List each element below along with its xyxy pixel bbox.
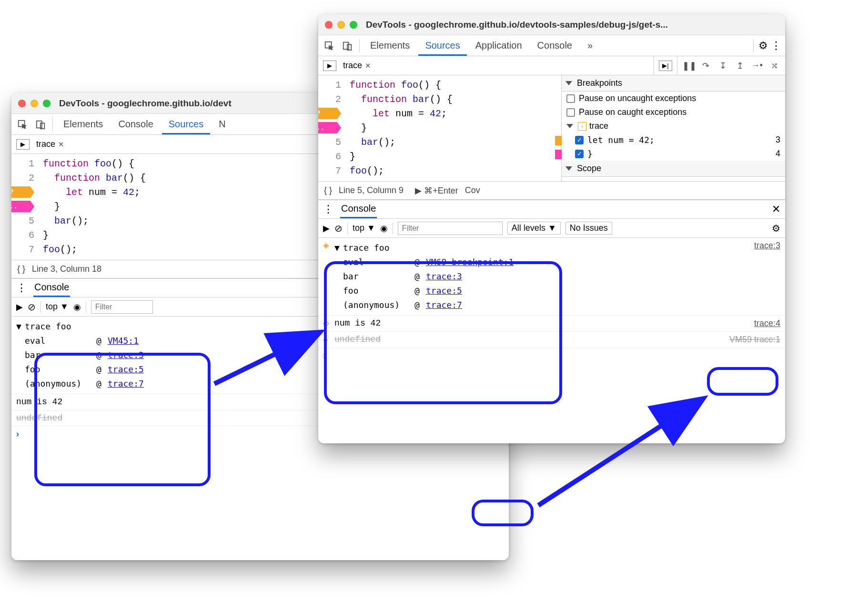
checkbox-icon[interactable] [566,94,575,103]
log-text: num is 42 [334,318,754,328]
tab-elements[interactable]: Elements [57,114,110,134]
snippet-play-icon[interactable]: ▶| [659,61,672,71]
tab-elements[interactable]: Elements [363,35,416,56]
devtools-window-right: DevTools - googlechrome.github.io/devtoo… [318,14,785,443]
file-tab-trace[interactable]: trace ✕ [341,61,373,71]
tab-sources[interactable]: Sources [418,35,466,56]
log-levels-dropdown[interactable]: All levels ▼ [507,222,561,235]
tab-console[interactable]: Console [111,114,160,134]
maximize-window-icon[interactable] [350,21,357,29]
clear-console-icon[interactable]: ⊘ [334,223,343,234]
source-link[interactable]: trace:7 [108,377,144,391]
source-link[interactable]: VM69 breakpoint:1 [426,255,514,269]
clear-console-icon[interactable]: ⊘ [28,301,36,313]
source-link[interactable]: VM45:1 [108,334,139,348]
play-icon[interactable]: ▶ [16,302,23,312]
close-icon[interactable]: ✕ [365,61,371,70]
settings-icon[interactable]: ⚙ [772,223,780,234]
warning-icon: ◈ [323,241,334,312]
close-window-icon[interactable] [18,100,26,107]
step-into-icon[interactable]: ↧ [717,61,729,71]
deactivate-breakpoints-icon[interactable]: ⤭ [768,61,780,71]
settings-icon[interactable]: ⚙ [758,40,768,52]
kebab-icon[interactable]: ⋮ [16,282,28,294]
checkbox-icon[interactable] [566,108,575,117]
titlebar[interactable]: DevTools - googlechrome.github.io/devtoo… [318,14,785,35]
kebab-icon[interactable]: ⋮ [771,40,781,52]
source-link[interactable]: trace:3 [108,348,144,362]
breakpoint-item[interactable]: ✓ let num = 42; 3 [562,133,785,147]
separator [753,39,754,52]
play-icon[interactable]: ▶ [323,223,330,234]
tabs-overflow-icon[interactable]: » [581,35,599,56]
svg-rect-1 [37,121,42,128]
trace-title: trace foo [343,241,390,255]
braces-icon[interactable]: { } [17,264,25,274]
run-hint: ⌘+Enter [424,186,458,195]
console-undefined: ‹· undefined VM59 trace:1 [318,332,785,348]
minimize-window-icon[interactable] [337,21,345,29]
console-tab[interactable]: Console [33,279,70,297]
close-icon[interactable]: ✕ [772,203,780,215]
traffic-lights[interactable] [325,21,357,29]
source-link[interactable]: trace:4 [754,318,780,328]
close-icon[interactable]: ✕ [58,140,64,149]
inspect-element-icon[interactable] [14,116,30,133]
code-gutter: 1 2 3 4 5 6 7 [11,157,39,257]
traffic-lights[interactable] [18,100,50,107]
code-editor[interactable]: 1 2 3 4 5 6 7 function foo() { function … [318,75,561,181]
inspect-element-icon[interactable] [321,38,337,54]
kebab-icon[interactable]: ⋮ [323,203,334,215]
issues-button[interactable]: No Issues [565,222,612,235]
separator [359,39,360,52]
checkbox-icon[interactable]: ✓ [575,136,584,144]
breakpoints-panel-head[interactable]: Breakpoints [562,75,785,92]
source-link[interactable]: VM59 trace:1 [729,335,780,345]
tab-more[interactable]: N [212,114,227,134]
pause-caught[interactable]: Pause on caught exceptions [562,105,785,119]
file-tab-label: trace [343,61,362,71]
eye-icon[interactable]: ◉ [380,223,388,234]
device-toolbar-icon[interactable] [32,116,49,133]
checkbox-icon[interactable]: ✓ [575,150,584,158]
minimize-window-icon[interactable] [30,100,38,107]
run-snippet-icon[interactable]: ▶ [323,61,336,71]
context-selector[interactable]: top ▼ [46,302,69,312]
svg-rect-4 [343,42,349,49]
pause-icon[interactable]: ❚❚ [682,61,695,71]
console-drawer-head: ⋮ Console ✕ [318,200,785,219]
close-window-icon[interactable] [325,21,333,29]
console-message: ◇ num is 42 trace:4 [318,316,785,332]
source-link[interactable]: trace:3 [754,241,780,312]
tab-sources[interactable]: Sources [162,114,210,134]
console-trace[interactable]: ◈ ▼trace foo eval@VM69 breakpoint:1 bar@… [318,238,785,316]
source-link[interactable]: trace:7 [426,298,462,312]
run-snippet-icon[interactable]: ▶ [16,139,30,150]
tab-console[interactable]: Console [531,35,579,56]
panel-tabs: Elements Sources Application Console » ⚙… [318,35,785,56]
breakpoint-item[interactable]: ✓ } 4 [562,147,785,161]
step-out-icon[interactable]: ↥ [734,61,746,71]
source-link[interactable]: trace:5 [108,362,144,377]
editor-statusline: { } Line 5, Column 9 ▶ ⌘+Enter Cov [318,182,785,200]
console-filter-input[interactable] [398,222,503,235]
scope-panel-head[interactable]: Scope [562,161,785,177]
debugger-sidepanel: Breakpoints Pause on uncaught exceptions… [561,75,785,181]
braces-icon[interactable]: { } [324,185,332,195]
pause-uncaught[interactable]: Pause on uncaught exceptions [562,92,785,105]
file-tab-trace[interactable]: trace ✕ [34,139,66,149]
step-over-icon[interactable]: ↷ [699,61,712,71]
tab-application[interactable]: Application [469,35,529,56]
maximize-window-icon[interactable] [43,100,50,107]
source-link[interactable]: trace:5 [426,284,462,298]
code-gutter: 1 2 3 4 5 6 7 [318,78,346,178]
console-filter-input[interactable] [91,300,153,314]
breakpoint-file[interactable]: ›trace [562,119,785,133]
console-prompt[interactable]: › [318,348,785,364]
step-icon[interactable]: →• [751,61,763,71]
eye-icon[interactable]: ◉ [73,302,81,312]
device-toolbar-icon[interactable] [339,38,355,54]
console-tab[interactable]: Console [340,200,377,218]
context-selector[interactable]: top ▼ [353,223,375,233]
source-link[interactable]: trace:3 [426,269,462,284]
